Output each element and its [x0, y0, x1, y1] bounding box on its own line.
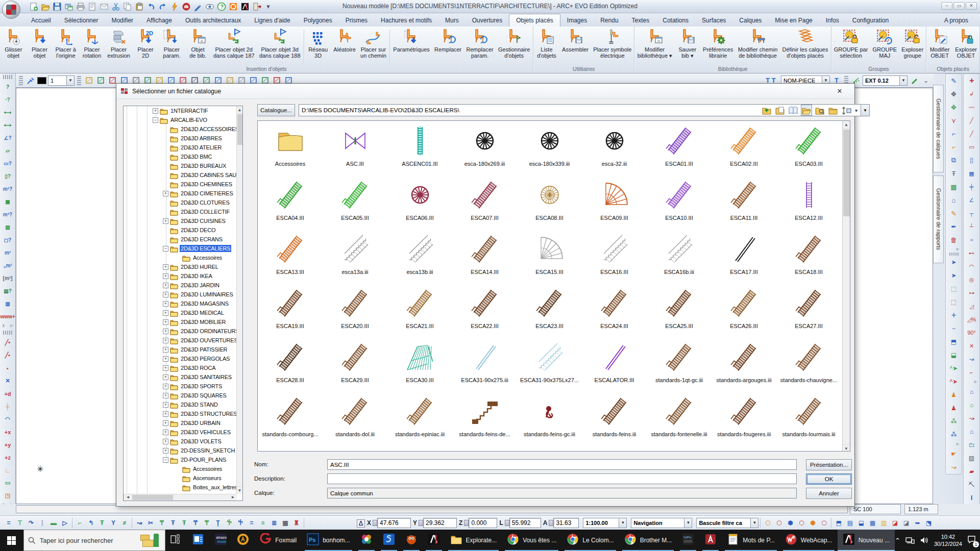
expand-icon[interactable]: + [163, 374, 168, 380]
tab-hachures-et-motifs[interactable]: Hachures et motifs [374, 14, 438, 27]
expand-icon[interactable]: + [163, 283, 168, 288]
status-right-w8-icon[interactable]: ➥ [912, 517, 923, 529]
window-icon[interactable] [64, 2, 74, 11]
status-tool-turn-icon[interactable]: ↰ [85, 517, 96, 529]
tree-item-2d-3d-arbres[interactable]: 2D&3D ARBRES [124, 134, 237, 143]
m2b-icon[interactable]: m² [2, 246, 14, 259]
file-item-esca13b-iii[interactable]: esca13b.iii [387, 230, 452, 284]
tree-item-2d-3d-collectif[interactable]: 2D&3D COLLECTIF [124, 207, 237, 216]
file-item-esca04-iii[interactable]: ESCA04.III [258, 176, 323, 230]
file-item-esca28-iii[interactable]: ESCA28.III [258, 338, 323, 392]
m2c-icon[interactable]: „m² [2, 259, 14, 272]
status-right-w1-icon[interactable]: ⬒ [833, 517, 844, 529]
status-tool2-t8-icon[interactable]: = [246, 517, 257, 529]
xyz-q-icon[interactable]: ·? [2, 93, 14, 106]
file-item-standards-dol-iii[interactable]: standards-dol.iii [323, 392, 387, 446]
file-item-esca-180x269-iii[interactable]: esca-180x269.iii [452, 122, 517, 176]
file-item-esca08-iii[interactable]: ESCA08.III [517, 176, 582, 230]
tool-icon-0[interactable] [84, 76, 94, 86]
file-item-esca-32-iii[interactable]: esca-32.iii [582, 122, 647, 176]
sq-icon[interactable]: ◻? [2, 234, 14, 246]
file-item-esca26-iii[interactable]: ESCA26.III [712, 284, 776, 338]
eye-icon[interactable] [205, 2, 214, 11]
hand-orange-icon[interactable]: ☛ [947, 447, 961, 461]
status-tool2-t2-icon[interactable]: Ŧ [179, 517, 190, 529]
tree-item-2d-3d-squares[interactable]: +2D&3D SQUARES [124, 391, 237, 400]
coord-lock-icon[interactable] [549, 520, 553, 526]
excav-icon[interactable]: ⛏ [965, 478, 978, 491]
filter-combo[interactable]: Bascule filtre ca▼ [696, 518, 758, 528]
collapse-icon[interactable]: − [153, 117, 158, 123]
open-icon[interactable] [40, 2, 50, 11]
tree-item-2d-3d-luminaires[interactable]: +2D&3D LUMINAIRES [124, 290, 237, 299]
status-right-v3-icon[interactable]: ⬢ [785, 517, 796, 529]
status-tool-wye-icon[interactable]: Y [108, 517, 119, 529]
tray-chevron-icon[interactable]: ⌃ [895, 537, 900, 544]
app-webacappella[interactable]: WWebAcap... [780, 530, 838, 551]
tab-modifier[interactable]: Modifier [105, 14, 140, 27]
grid-blue-icon[interactable]: ▦ [965, 167, 978, 180]
angle-q-icon[interactable]: ∠? [2, 132, 14, 144]
file-item-standards-combourg-[interactable]: standards-combourg... [258, 392, 323, 446]
edit-poly-icon[interactable]: ✎ [947, 74, 961, 87]
tab-surfaces[interactable]: Surfaces [695, 14, 732, 27]
grid-vscrollbar[interactable]: ▲ ▼ [842, 121, 850, 452]
tree-item-2d-3d-cheminees[interactable]: 2D&3D CHEMINEES [124, 180, 237, 189]
file-item-partial[interactable] [582, 446, 647, 452]
expand-icon[interactable]: + [163, 356, 168, 362]
ribbon-button-modifier-biblioth-que-[interactable]: Modifier bibliothèque ▾ [635, 28, 674, 59]
poly-edit2-icon[interactable]: ⌐ [947, 140, 961, 154]
file-item-esca01-iii[interactable]: ESCA01.III [647, 122, 712, 176]
tree-item-2d-3d-urbain[interactable]: +2D&3D URBAIN [124, 418, 237, 428]
pen-green-icon[interactable] [909, 76, 919, 86]
tree-item-2d-3d-volets[interactable]: +2D&3D VOLETS [124, 437, 237, 446]
snap-d-icon[interactable]: +d [2, 387, 14, 400]
panel-tab-rapports[interactable]: Gestionnaire de rapports [933, 176, 944, 263]
ribbon-button-remplacer[interactable]: Remplacer [432, 28, 463, 53]
status-right-v6-icon[interactable]: ⬡ [818, 517, 829, 529]
tree-item-arcalib-evo[interactable]: −ARCALIB-EVO [124, 115, 237, 124]
file-item-esca07-iii[interactable]: ESCA07.III [452, 176, 517, 230]
dim-h-icon[interactable]: ⟷ [2, 106, 14, 119]
ribbon-button-r-seau-3d[interactable]: Réseau 3D [305, 28, 331, 59]
taskbar-search[interactable]: Taper ici pour rechercher [23, 530, 165, 551]
path-dropdown-arrow[interactable]: ▼ [861, 105, 869, 116]
cut-v-icon[interactable]: ⋎ [947, 114, 961, 127]
expand-icon[interactable]: + [163, 310, 168, 316]
move-plus-icon[interactable]: ✥ [947, 101, 961, 114]
trash-icon[interactable]: 🗑 [947, 233, 961, 246]
status-tool2-t5-icon[interactable]: Ţ [212, 517, 224, 529]
file-item-esca17-iii[interactable]: ESCA17.III [712, 230, 776, 284]
tab-affichage[interactable]: Affichage [140, 14, 179, 27]
paste-icon[interactable] [134, 2, 144, 11]
status-right-w2-icon[interactable]: ▤ [844, 517, 855, 529]
status-right-w4-icon[interactable]: ▦ [867, 517, 878, 529]
preview-icon[interactable] [87, 2, 97, 11]
roof2-icon[interactable]: ⌂ [965, 398, 978, 412]
status-tool-corner2-icon[interactable]: ⌐ [74, 517, 85, 529]
description-input[interactable] [327, 473, 797, 484]
file-item-esca16b-iii[interactable]: ESCA16b.iii [647, 230, 712, 284]
status-tool2-t10-icon[interactable]: ≣ [268, 517, 280, 529]
lightning-icon[interactable] [169, 2, 179, 11]
tree-item-2d-3d-ordinateurs[interactable]: +2D&3D ORDINATEURS [124, 327, 237, 336]
sel-arrow2-icon[interactable]: ➤ [947, 269, 961, 282]
doc1-icon[interactable]: ▤? [2, 285, 14, 297]
app-flower[interactable] [355, 530, 378, 551]
ribbon-button-remplacer-param-[interactable]: Remplacer param. [464, 28, 496, 59]
deg90-icon[interactable]: 90° [965, 326, 978, 339]
status-tool-clip-icon[interactable]: ✂ [145, 517, 156, 529]
tree-item-2d-3d-bmc[interactable]: 2D&3D BMC [124, 152, 237, 161]
corner-arrow-icon[interactable]: ↲ [965, 87, 978, 101]
network-icon[interactable] [905, 536, 915, 544]
app-chrome-2[interactable]: Le Colom... [561, 530, 619, 551]
file-item-partial[interactable] [452, 446, 517, 452]
hatch-b-icon[interactable]: ╪ [965, 180, 978, 193]
ribbon-button-placer-rotation[interactable]: Placer rotation [79, 28, 105, 59]
ext-combo[interactable]: EXT 0.12▼ [863, 76, 908, 86]
zoom-in-icon[interactable]: 🞤 [947, 309, 961, 322]
ribbon-button-pr-f-rences-librairie[interactable]: Préférences librairie [701, 28, 735, 59]
hook-r-icon[interactable]: ⌐ [965, 366, 978, 379]
file-item-esca20-iii[interactable]: ESCA20.III [323, 284, 387, 338]
snap-end-icon[interactable]: ╱• [2, 336, 14, 349]
